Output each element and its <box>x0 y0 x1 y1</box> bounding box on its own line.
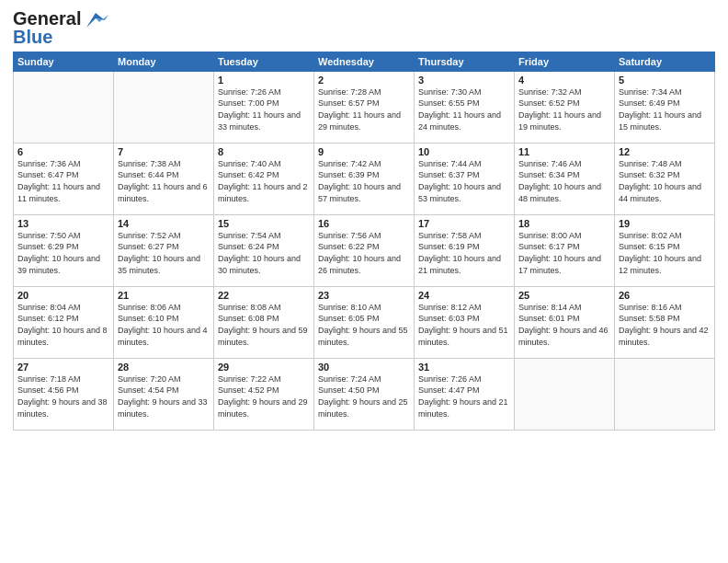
day-info: Sunrise: 7:50 AM Sunset: 6:29 PM Dayligh… <box>17 230 109 276</box>
day-info: Sunrise: 7:44 AM Sunset: 6:37 PM Dayligh… <box>418 158 510 204</box>
day-number: 15 <box>218 218 310 229</box>
calendar-day-cell: 22Sunrise: 8:08 AM Sunset: 6:08 PM Dayli… <box>214 286 314 358</box>
header: General Blue <box>13 9 715 46</box>
day-info: Sunrise: 7:36 AM Sunset: 6:47 PM Dayligh… <box>17 158 109 204</box>
day-info: Sunrise: 7:26 AM Sunset: 4:47 PM Dayligh… <box>418 373 510 419</box>
day-info: Sunrise: 7:22 AM Sunset: 4:52 PM Dayligh… <box>218 373 310 419</box>
day-number: 6 <box>17 146 109 157</box>
day-info: Sunrise: 7:20 AM Sunset: 4:54 PM Dayligh… <box>118 373 210 419</box>
day-number: 13 <box>17 218 109 229</box>
calendar-day-cell: 15Sunrise: 7:54 AM Sunset: 6:24 PM Dayli… <box>214 214 314 286</box>
svg-marker-0 <box>86 13 105 28</box>
day-number: 30 <box>318 362 410 373</box>
logo-blue-text: Blue <box>13 28 52 46</box>
calendar-day-cell: 12Sunrise: 7:48 AM Sunset: 6:32 PM Dayli… <box>615 143 715 214</box>
day-info: Sunrise: 7:38 AM Sunset: 6:44 PM Dayligh… <box>118 158 210 204</box>
calendar-day-cell: 14Sunrise: 7:52 AM Sunset: 6:27 PM Dayli… <box>114 214 214 286</box>
day-info: Sunrise: 7:52 AM Sunset: 6:27 PM Dayligh… <box>118 230 210 276</box>
calendar-day-cell: 26Sunrise: 8:16 AM Sunset: 5:58 PM Dayli… <box>615 286 715 358</box>
calendar-day-cell: 30Sunrise: 7:24 AM Sunset: 4:50 PM Dayli… <box>314 358 415 430</box>
day-number: 20 <box>17 290 109 301</box>
day-info: Sunrise: 7:54 AM Sunset: 6:24 PM Dayligh… <box>218 230 310 276</box>
calendar-day-cell: 7Sunrise: 7:38 AM Sunset: 6:44 PM Daylig… <box>114 143 214 214</box>
day-number: 7 <box>118 146 210 157</box>
calendar: SundayMondayTuesdayWednesdayThursdayFrid… <box>13 52 715 431</box>
calendar-day-cell: 31Sunrise: 7:26 AM Sunset: 4:47 PM Dayli… <box>415 358 515 430</box>
day-number: 4 <box>518 75 610 86</box>
day-number: 29 <box>218 362 310 373</box>
calendar-day-cell: 24Sunrise: 8:12 AM Sunset: 6:03 PM Dayli… <box>415 286 515 358</box>
day-info: Sunrise: 7:48 AM Sunset: 6:32 PM Dayligh… <box>619 158 711 204</box>
day-number: 28 <box>118 362 210 373</box>
day-number: 3 <box>418 75 510 86</box>
day-info: Sunrise: 8:04 AM Sunset: 6:12 PM Dayligh… <box>17 302 109 348</box>
calendar-week-row: 27Sunrise: 7:18 AM Sunset: 4:56 PM Dayli… <box>14 358 715 430</box>
weekday-header-row: SundayMondayTuesdayWednesdayThursdayFrid… <box>14 52 715 71</box>
calendar-day-cell: 18Sunrise: 8:00 AM Sunset: 6:17 PM Dayli… <box>515 214 615 286</box>
weekday-header-saturday: Saturday <box>615 52 715 71</box>
day-number: 25 <box>518 290 610 301</box>
calendar-week-row: 6Sunrise: 7:36 AM Sunset: 6:47 PM Daylig… <box>14 143 715 214</box>
calendar-day-cell: 25Sunrise: 8:14 AM Sunset: 6:01 PM Dayli… <box>515 286 615 358</box>
day-number: 16 <box>318 218 410 229</box>
calendar-day-cell: 13Sunrise: 7:50 AM Sunset: 6:29 PM Dayli… <box>14 214 114 286</box>
day-number: 8 <box>218 146 310 157</box>
calendar-day-cell: 21Sunrise: 8:06 AM Sunset: 6:10 PM Dayli… <box>114 286 214 358</box>
calendar-day-cell: 5Sunrise: 7:34 AM Sunset: 6:49 PM Daylig… <box>615 71 715 143</box>
day-number: 31 <box>418 362 510 373</box>
calendar-day-cell: 9Sunrise: 7:42 AM Sunset: 6:39 PM Daylig… <box>314 143 415 214</box>
calendar-day-cell: 11Sunrise: 7:46 AM Sunset: 6:34 PM Dayli… <box>515 143 615 214</box>
calendar-day-cell: 16Sunrise: 7:56 AM Sunset: 6:22 PM Dayli… <box>314 214 415 286</box>
day-number: 9 <box>318 146 410 157</box>
weekday-header-friday: Friday <box>515 52 615 71</box>
day-number: 24 <box>418 290 510 301</box>
calendar-day-cell: 28Sunrise: 7:20 AM Sunset: 4:54 PM Dayli… <box>114 358 214 430</box>
day-number: 5 <box>619 75 711 86</box>
calendar-day-cell: 4Sunrise: 7:32 AM Sunset: 6:52 PM Daylig… <box>515 71 615 143</box>
calendar-day-cell: 20Sunrise: 8:04 AM Sunset: 6:12 PM Dayli… <box>14 286 114 358</box>
weekday-header-thursday: Thursday <box>415 52 515 71</box>
day-info: Sunrise: 8:00 AM Sunset: 6:17 PM Dayligh… <box>518 230 610 276</box>
weekday-header-wednesday: Wednesday <box>314 52 415 71</box>
calendar-day-cell: 10Sunrise: 7:44 AM Sunset: 6:37 PM Dayli… <box>415 143 515 214</box>
day-info: Sunrise: 7:30 AM Sunset: 6:55 PM Dayligh… <box>418 86 510 132</box>
day-info: Sunrise: 8:06 AM Sunset: 6:10 PM Dayligh… <box>118 302 210 348</box>
calendar-day-cell: 17Sunrise: 7:58 AM Sunset: 6:19 PM Dayli… <box>415 214 515 286</box>
day-number: 10 <box>418 146 510 157</box>
calendar-day-cell: 29Sunrise: 7:22 AM Sunset: 4:52 PM Dayli… <box>214 358 314 430</box>
day-number: 1 <box>218 75 310 86</box>
day-info: Sunrise: 8:16 AM Sunset: 5:58 PM Dayligh… <box>619 302 711 348</box>
logo-bird-icon <box>83 11 108 29</box>
weekday-header-monday: Monday <box>114 52 214 71</box>
day-number: 17 <box>418 218 510 229</box>
day-info: Sunrise: 8:02 AM Sunset: 6:15 PM Dayligh… <box>619 230 711 276</box>
day-info: Sunrise: 7:34 AM Sunset: 6:49 PM Dayligh… <box>619 86 711 132</box>
weekday-header-tuesday: Tuesday <box>214 52 314 71</box>
day-info: Sunrise: 8:12 AM Sunset: 6:03 PM Dayligh… <box>418 302 510 348</box>
calendar-day-cell: 3Sunrise: 7:30 AM Sunset: 6:55 PM Daylig… <box>415 71 515 143</box>
day-info: Sunrise: 7:18 AM Sunset: 4:56 PM Dayligh… <box>17 373 109 419</box>
day-number: 26 <box>619 290 711 301</box>
calendar-day-cell: 6Sunrise: 7:36 AM Sunset: 6:47 PM Daylig… <box>14 143 114 214</box>
day-info: Sunrise: 7:32 AM Sunset: 6:52 PM Dayligh… <box>518 86 610 132</box>
day-info: Sunrise: 7:26 AM Sunset: 7:00 PM Dayligh… <box>218 86 310 132</box>
day-info: Sunrise: 7:56 AM Sunset: 6:22 PM Dayligh… <box>318 230 410 276</box>
day-number: 19 <box>619 218 711 229</box>
calendar-day-cell: 23Sunrise: 8:10 AM Sunset: 6:05 PM Dayli… <box>314 286 415 358</box>
calendar-day-cell: 8Sunrise: 7:40 AM Sunset: 6:42 PM Daylig… <box>214 143 314 214</box>
day-info: Sunrise: 7:42 AM Sunset: 6:39 PM Dayligh… <box>318 158 410 204</box>
calendar-day-cell <box>14 71 114 143</box>
logo: General Blue <box>13 9 108 46</box>
day-number: 2 <box>318 75 410 86</box>
day-number: 22 <box>218 290 310 301</box>
weekday-header-sunday: Sunday <box>14 52 114 71</box>
day-info: Sunrise: 7:24 AM Sunset: 4:50 PM Dayligh… <box>318 373 410 419</box>
day-number: 23 <box>318 290 410 301</box>
day-number: 27 <box>17 362 109 373</box>
calendar-day-cell: 19Sunrise: 8:02 AM Sunset: 6:15 PM Dayli… <box>615 214 715 286</box>
day-info: Sunrise: 7:40 AM Sunset: 6:42 PM Dayligh… <box>218 158 310 204</box>
page: General Blue SundayMondayTuesdayWednesda… <box>0 0 728 563</box>
day-info: Sunrise: 7:46 AM Sunset: 6:34 PM Dayligh… <box>518 158 610 204</box>
day-number: 21 <box>118 290 210 301</box>
calendar-day-cell <box>114 71 214 143</box>
